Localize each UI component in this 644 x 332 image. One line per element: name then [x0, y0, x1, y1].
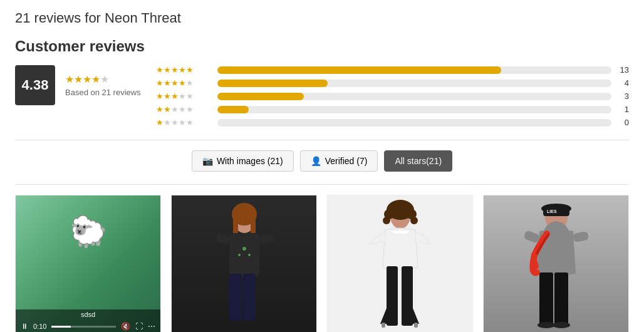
fullscreen-icon[interactable]: ⛶ [135, 322, 143, 331]
video-username: sdsd [16, 309, 160, 319]
video-progress-bar [51, 326, 116, 328]
rating-bars: ★★★★★ 13 ★★★★★ 4 ★★★★★ 3 ★ [156, 65, 629, 127]
based-on-label: Based on 21 reviews [65, 88, 141, 97]
video-thumbnail: 🐑 sdsd ⏸ 0:10 🔇 ⛶ ⋯ [16, 195, 160, 332]
video-time: 0:10 [33, 323, 46, 330]
svg-rect-4 [229, 233, 259, 277]
pause-icon[interactable]: ⏸ [21, 322, 28, 331]
filter-bar: 📷 With images (21) 👤 Verified (7) All st… [15, 150, 629, 172]
customer-reviews-heading: Customer reviews [15, 38, 145, 55]
rating-score-box: 4.38 [15, 65, 55, 105]
sheep-icon: 🐑 [70, 214, 107, 249]
divider [15, 140, 629, 140]
bar-track-3 [217, 93, 611, 100]
more-icon[interactable]: ⋯ [148, 322, 155, 331]
bar-count-1: 0 [616, 118, 629, 127]
bar-row-2: ★★★★★ 1 [156, 105, 629, 114]
svg-rect-6 [258, 232, 274, 244]
fashion-figure-3 [363, 199, 438, 330]
svg-rect-7 [229, 274, 242, 321]
bar-count-3: 3 [616, 91, 629, 101]
svg-point-31 [553, 322, 570, 328]
svg-point-30 [538, 322, 555, 328]
svg-rect-21 [414, 323, 418, 328]
svg-point-11 [248, 254, 251, 256]
filter-all-button[interactable]: All stars(21) [384, 150, 452, 172]
bar-track-5 [217, 66, 611, 74]
reviews-summary: 4.38 ★★★★★ Based on 21 reviews ★★★★★ 13 [15, 65, 629, 127]
svg-rect-26 [523, 230, 540, 243]
review-card-3: +2 💬 T**** A****** [327, 195, 473, 332]
review-card-1: 🐑 sdsd ⏸ 0:10 🔇 ⛶ ⋯ [15, 195, 161, 332]
bar-track-4 [217, 80, 611, 87]
bar-fill-4 [217, 80, 328, 87]
video-progress-fill [51, 326, 71, 328]
camera-icon: 📷 [202, 156, 213, 166]
bar-fill-5 [217, 66, 501, 74]
bar-count-5: 13 [616, 65, 629, 75]
divider-2 [15, 184, 629, 185]
bar-row-5: ★★★★★ 13 [156, 65, 629, 75]
filter-verified-button[interactable]: 👤 Verified (7) [300, 150, 378, 172]
fashion-figure-4: LIES [516, 199, 597, 330]
svg-rect-5 [214, 232, 230, 244]
bar-row-3: ★★★★★ 3 [156, 91, 629, 101]
bar-track-2 [217, 106, 611, 113]
bar-fill-3 [217, 93, 304, 100]
reviews-header: Customer reviews [15, 38, 629, 55]
review-image-4: LIES [484, 195, 628, 332]
person-icon: 👤 [311, 156, 321, 166]
bar-fill-2 [217, 106, 249, 113]
overall-stars: ★★★★★ [65, 73, 141, 85]
review-card-2 [171, 195, 317, 332]
svg-rect-8 [243, 274, 256, 321]
bar-count-2: 1 [616, 105, 629, 114]
review-image-3 [328, 195, 472, 332]
rating-score: 4.38 [22, 77, 49, 93]
bar-row-4: ★★★★★ 4 [156, 78, 629, 88]
svg-rect-27 [572, 231, 588, 242]
fashion-figure-2 [207, 202, 282, 327]
mute-icon[interactable]: 🔇 [121, 322, 130, 331]
rating-meta: ★★★★★ Based on 21 reviews [65, 73, 141, 97]
filter-all-label: All stars(21) [395, 156, 442, 166]
bar-count-4: 4 [616, 78, 629, 88]
filter-verified-label: Verified (7) [325, 156, 368, 166]
svg-point-16 [383, 217, 390, 224]
svg-point-17 [410, 217, 418, 224]
svg-point-9 [242, 247, 246, 251]
customer-reviews-section: Customer reviews 4.38 ★★★★★ Based on 21 … [15, 38, 629, 127]
filter-images-label: With images (21) [217, 156, 283, 166]
review-card-4: LIES [483, 195, 629, 332]
reviews-grid: 🐑 sdsd ⏸ 0:10 🔇 ⛶ ⋯ [15, 195, 629, 332]
review-image-2 [172, 195, 316, 332]
page-title: 21 reviews for Neon Threat [15, 10, 629, 26]
svg-rect-28 [539, 272, 553, 326]
bar-row-1: ★★★★★ 0 [156, 118, 629, 127]
filter-images-button[interactable]: 📷 With images (21) [192, 150, 294, 172]
bar-track-1 [217, 119, 611, 127]
svg-rect-29 [554, 272, 568, 326]
video-controls: ⏸ 0:10 🔇 ⛶ ⋯ [16, 319, 160, 332]
svg-text:LIES: LIES [547, 209, 557, 214]
svg-rect-20 [382, 323, 385, 328]
svg-point-10 [238, 254, 241, 256]
